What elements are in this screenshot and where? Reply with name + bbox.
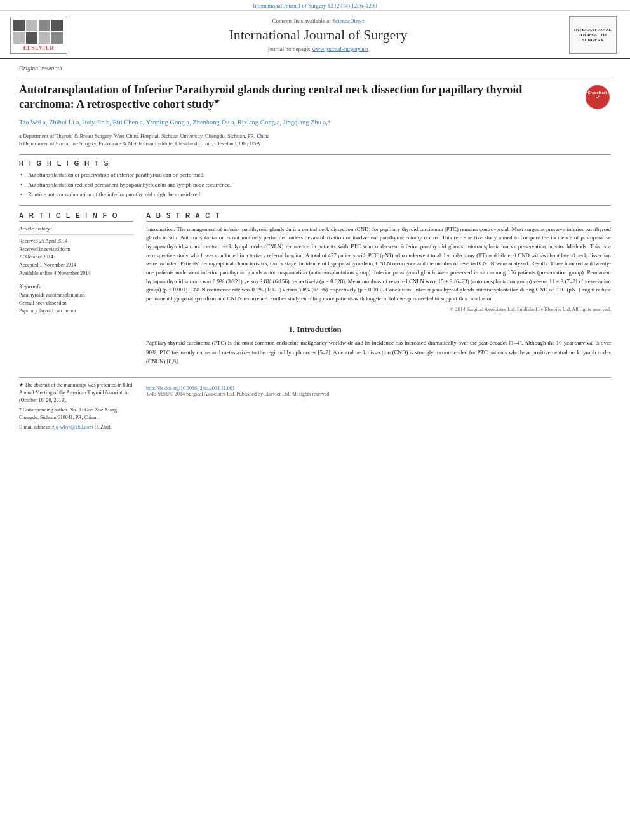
revised-date: 27 October 2014 [19, 253, 133, 262]
article-type-label: Original research [19, 65, 611, 72]
highlights-heading: H I G H L I G H T S [19, 160, 611, 167]
journal-citation: International Journal of Surgery 12 (201… [0, 0, 630, 11]
abstract-heading: A B S T R A C T [146, 212, 611, 222]
article-info-col: A R T I C L E I N F O Article history: R… [19, 212, 133, 316]
article-info-heading: A R T I C L E I N F O [19, 212, 133, 222]
highlights-bottom-separator [19, 205, 611, 206]
article-history-label: Article history: [19, 225, 133, 235]
highlight-item-3: Routine autotransplantation of the infer… [19, 190, 611, 199]
page: International Journal of Surgery 12 (201… [0, 0, 630, 840]
journal-title: International Journal of Surgery [80, 27, 556, 43]
journal-center: Contents lists available at ScienceDirec… [80, 18, 556, 52]
footnote-corresponding: * Corresponding author. No. 37 Guo Xue X… [19, 406, 133, 422]
intro-left-col [19, 338, 133, 366]
highlight-item-1: Autotransplantation or preservation of i… [19, 171, 611, 179]
doi-link[interactable]: http://dx.doi.org/10.1016/j.ijsu.2014.11… [146, 385, 611, 391]
article-dates: Received 25 April 2014 Received in revis… [19, 237, 133, 278]
homepage-link[interactable]: www.journal-surgery.net [312, 46, 368, 52]
main-content: Original research Autotransplantation of… [0, 59, 630, 439]
citation-text: International Journal of Surgery 12 (201… [253, 3, 377, 9]
keyword-2: Central neck dissection [19, 300, 133, 308]
accepted-date: Accepted 1 November 2014 [19, 262, 133, 270]
available-date: Available online 4 November 2014 [19, 270, 133, 278]
footer-two-col: ★ The abstract of the manuscript was pre… [19, 382, 611, 433]
keywords-list: Parathyroids autotransplantation Central… [19, 291, 133, 316]
received-revised-label: Received in revised form [19, 246, 133, 254]
keyword-1: Parathyroids autotransplantation [19, 291, 133, 300]
title-top-separator [19, 77, 611, 77]
journal-homepage: journal homepage: www.journal-surgery.ne… [80, 46, 556, 52]
journal-logo-box: INTERNATIONAL JOURNAL OF SURGERY [569, 16, 617, 54]
footer-section: ★ The abstract of the manuscript was pre… [19, 377, 611, 433]
highlights-top-separator [19, 154, 611, 155]
article-title: Autotransplantation of Inferior Parathyr… [19, 83, 579, 112]
article-title-area: Autotransplantation of Inferior Parathyr… [19, 83, 611, 112]
footer-right-col: http://dx.doi.org/10.1016/j.ijsu.2014.11… [146, 382, 611, 433]
footer-copyright: 1743-9191/© 2014 Surgical Associates Ltd… [146, 391, 611, 397]
science-direct-link[interactable]: ScienceDirect [332, 18, 364, 24]
highlight-item-2: Autotransplantation reduced permanent hy… [19, 181, 611, 189]
elsevier-brand: ELSEVIER [13, 45, 64, 51]
intro-right-col: Papillary thyroid carcinoma (PTC) is the… [146, 338, 611, 366]
contents-available: Contents lists available at ScienceDirec… [80, 18, 556, 24]
footnote-star: ★ The abstract of the manuscript was pre… [19, 382, 133, 404]
affiliation-a: a Department of Thyroid & Breast Surgery… [19, 132, 611, 140]
abstract-copyright: © 2014 Surgical Associates Ltd. Publishe… [146, 307, 611, 312]
footer-left-col: ★ The abstract of the manuscript was pre… [19, 382, 133, 433]
article-info-abstract-cols: A R T I C L E I N F O Article history: R… [19, 212, 611, 316]
introduction-section: 1. Introduction Papillary thyroid carcin… [19, 324, 611, 366]
abstract-col: A B S T R A C T Introduction: The manage… [146, 212, 611, 316]
intro-section-number: 1. Introduction [19, 324, 611, 335]
email-link[interactable]: zjq-wkys@163.com [52, 424, 93, 430]
authors-list: Tao Wei a, Zhihui Li a, Judy Jin b, Rui … [19, 117, 611, 128]
affiliation-b: b Department of Endocrine Surgery, Endoc… [19, 140, 611, 148]
journal-logo-right: INTERNATIONAL JOURNAL OF SURGERY [569, 16, 620, 54]
keyword-3: Papillary thyroid carcinoma [19, 307, 133, 316]
affiliations: a Department of Thyroid & Breast Surgery… [19, 132, 611, 149]
highlights-section: H I G H L I G H T S Autotransplantation … [19, 160, 611, 199]
footnote-email: E-mail address: zjq-wkys@163.com (J. Zhu… [19, 423, 133, 431]
svg-text:✓: ✓ [596, 95, 600, 100]
abstract-text: Introduction: The management of inferior… [146, 225, 611, 303]
intro-two-col: Papillary thyroid carcinoma (PTC) is the… [19, 338, 611, 366]
elsevier-logo: ELSEVIER [10, 17, 67, 54]
keywords-label: Keywords: [19, 283, 133, 290]
intro-text: Papillary thyroid carcinoma (PTC) is the… [146, 338, 611, 366]
received-date: Received 25 April 2014 [19, 237, 133, 246]
journal-header: ELSEVIER Contents lists available at Sci… [0, 11, 630, 59]
crossmark-badge: CrossMark ✓ [586, 85, 611, 110]
